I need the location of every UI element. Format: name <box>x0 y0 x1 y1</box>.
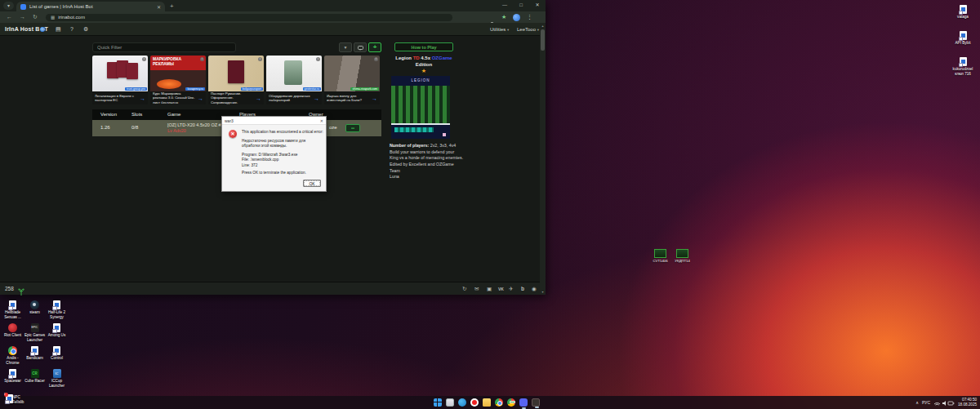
taskbar-clock[interactable]: 07:40:50 18.08.2025 <box>958 398 977 407</box>
favorite-star-icon[interactable]: ★ <box>383 68 465 74</box>
telegram-icon[interactable]: ✈ <box>509 286 513 292</box>
quick-filter-input[interactable] <box>92 42 236 52</box>
arrow-right-icon[interactable]: → <box>372 96 377 101</box>
browser-menu-kebab-icon[interactable]: ⋮ <box>527 14 532 20</box>
scrollbar-thumb[interactable] <box>541 29 545 51</box>
col-game[interactable]: Game <box>167 112 180 117</box>
language-indicator[interactable]: РУС <box>922 400 930 405</box>
ad-info-icon[interactable]: i <box>142 57 146 61</box>
how-to-play-button[interactable]: How to Play <box>394 42 453 51</box>
desktop-icon-vataga[interactable]: vataga <box>949 5 977 20</box>
desktop-icon-npc[interactable]: 1 NPC Fellslib <box>2 394 27 404</box>
github-icon[interactable]: ◉ <box>532 286 537 292</box>
ok-button[interactable]: OK <box>303 180 321 187</box>
site-info-icon[interactable]: ▦ <box>51 15 55 20</box>
forum-icon[interactable]: ▣ <box>487 286 492 292</box>
desktop-icon-api-bybit[interactable]: API Bybit <box>949 31 977 46</box>
tray-chevron-icon[interactable]: ∧ <box>915 400 919 405</box>
desktop-icon-spacewar[interactable]: Spacewar <box>2 369 24 384</box>
new-tab-button[interactable]: + <box>170 2 174 10</box>
desktop-icon-epic[interactable]: EPICEpic Games Launcher <box>24 323 46 342</box>
ad-card[interactable]: i geotestar.ru Оборудование дорожных лаб… <box>266 56 322 104</box>
desktop-icon-bandicam[interactable]: Bandicam <box>24 346 46 361</box>
desktop-icon-steam[interactable]: steam <box>24 300 46 315</box>
ad-info-icon[interactable]: i <box>258 57 262 61</box>
profile-avatar[interactable] <box>513 14 520 21</box>
bookmark-star-icon[interactable]: ★ <box>501 14 506 20</box>
ad-card[interactable]: i trust-group.pro Легализация в Европе с… <box>92 56 148 104</box>
refresh-icon[interactable]: ↻ <box>462 286 466 292</box>
map-thumbnail-icon <box>676 249 688 258</box>
game-status-button[interactable]: ●● <box>345 124 360 132</box>
address-bar[interactable]: ▦ irinabot.com <box>46 14 452 22</box>
arrow-right-icon[interactable]: → <box>256 96 261 101</box>
desktop-icon-map-file[interactable]: УКДПТ14 <box>671 249 693 263</box>
map-preview-image[interactable]: LEGION <box>391 76 450 139</box>
window-minimize-button[interactable]: — <box>497 0 513 11</box>
mail-icon[interactable]: ✉ <box>474 286 479 292</box>
task-view-button[interactable] <box>446 398 454 407</box>
col-slots[interactable]: Slots <box>131 112 142 117</box>
ad-card[interactable]: i bolgarpassport Паспорт Румынии. Оформл… <box>208 56 264 104</box>
ad-info-icon[interactable]: i <box>200 57 204 61</box>
file-shortcut-icon <box>960 31 967 40</box>
dialog-title-bar[interactable]: war3 ✕ <box>222 117 326 125</box>
forward-button[interactable]: → <box>20 14 25 20</box>
window-maximize-button[interactable]: □ <box>513 0 529 11</box>
desktop-icon-riot[interactable]: Riot Client <box>2 323 24 338</box>
ad-image: i trust-group.pro <box>92 56 148 91</box>
tab-close-icon[interactable]: ✕ <box>157 4 161 10</box>
desktop-icon-cuberacer[interactable]: CRCube Racer <box>24 369 46 384</box>
ad-info-icon[interactable]: i <box>316 57 320 61</box>
dialog-close-icon[interactable]: ✕ <box>320 118 323 123</box>
file-explorer-icon[interactable] <box>483 398 491 407</box>
desktop-icon-chrome[interactable]: Andis - Chrome <box>2 346 24 365</box>
taskbar-war3-icon[interactable] <box>532 398 540 407</box>
taskbar-discord-icon[interactable] <box>519 398 528 407</box>
desktop-icon-iccup[interactable]: ICICCup Launcher <box>46 369 68 388</box>
ad-info-icon[interactable]: i <box>374 57 378 61</box>
taskbar-chrome-active-icon[interactable] <box>507 398 515 407</box>
chevron-down-icon: ▾ <box>507 28 509 32</box>
error-footer: Press OK to terminate the application. <box>242 171 323 175</box>
tab-search-button[interactable]: ▾ <box>3 2 14 10</box>
ad-card[interactable]: МАРКИРОВКА РЕКЛАМЫ i lavagency.ru Курс М… <box>150 56 206 104</box>
boosty-icon[interactable]: b <box>521 286 524 291</box>
utilities-menu[interactable]: Utilities ▾ <box>490 27 509 32</box>
desktop-icon-amongus[interactable]: Among Us <box>46 323 68 338</box>
tray-status-icons[interactable] <box>933 395 955 409</box>
taskbar-youtube-icon[interactable] <box>470 398 479 407</box>
sprout-icon <box>18 285 24 300</box>
window-close-button[interactable]: ✕ <box>529 0 546 11</box>
settings-gear-icon[interactable]: ⚙ <box>83 26 88 33</box>
arrow-right-icon[interactable]: → <box>198 96 203 101</box>
file-shortcut-icon <box>53 323 60 332</box>
desktop-icon-halflife2[interactable]: Half-Life 2 Synergy <box>46 300 68 319</box>
scroll-down-icon[interactable]: ▾ <box>540 290 546 294</box>
maps-icon[interactable]: ▤ <box>56 26 61 33</box>
ad-card[interactable]: i shima-rivapark.com Ищешь виллу для инв… <box>324 56 380 104</box>
reload-button[interactable]: ↻ <box>33 14 38 20</box>
arrow-right-icon[interactable]: → <box>314 96 319 101</box>
create-game-button[interactable]: + <box>368 42 381 52</box>
vk-icon[interactable]: VK <box>498 287 504 291</box>
start-button[interactable] <box>434 398 442 407</box>
arrow-right-icon[interactable]: → <box>140 96 145 101</box>
online-count: 258 <box>5 286 14 291</box>
page-scrollbar[interactable]: ▴ ▾ <box>540 23 546 295</box>
desktop-icon-hellblade[interactable]: Hellblade Senuas ... <box>2 300 24 319</box>
col-version[interactable]: Version <box>100 112 117 117</box>
help-icon[interactable]: ? <box>70 26 74 32</box>
desktop-icon-map-file[interactable]: CVT1406 <box>649 249 671 263</box>
desktop-icon-kukurudzoel[interactable]: kukurudzoel клюп 716 <box>949 57 977 76</box>
desktop-icon-control[interactable]: Control <box>46 346 68 361</box>
scroll-up-icon[interactable]: ▴ <box>540 24 546 28</box>
user-menu[interactable]: LeeTooo ▾ <box>517 27 539 32</box>
connect-icon[interactable]: ∞ <box>41 26 45 32</box>
filter-button[interactable]: ▼ <box>339 42 352 52</box>
taskbar-telegram-icon[interactable] <box>458 398 466 407</box>
back-button[interactable]: ← <box>7 14 12 20</box>
taskbar-chrome-icon[interactable] <box>495 398 503 407</box>
chat-button[interactable] <box>354 42 367 52</box>
browser-tab[interactable]: List of games | IrInA Host Bot ✕ <box>16 2 165 11</box>
